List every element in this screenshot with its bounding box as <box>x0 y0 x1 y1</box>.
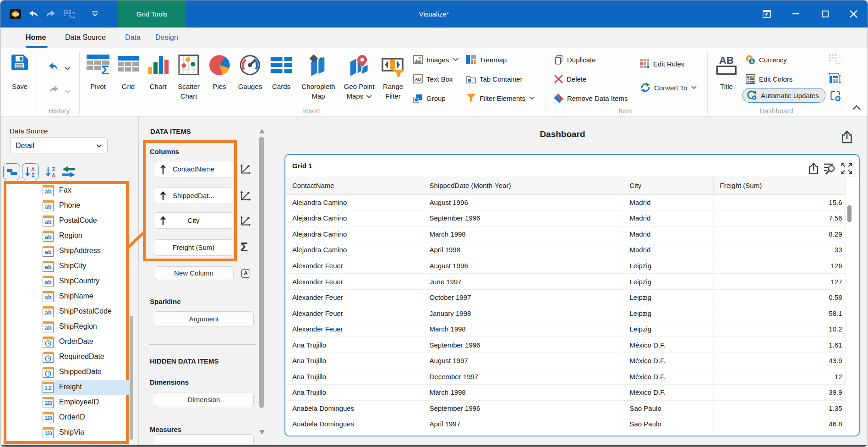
svg-text:AB: AB <box>719 55 734 66</box>
svg-text:AB: AB <box>415 77 421 82</box>
svg-text:Z: Z <box>31 172 34 178</box>
svg-text:Z: Z <box>52 166 55 172</box>
svg-text:Σ: Σ <box>102 63 109 75</box>
svg-text:A: A <box>52 172 55 178</box>
svg-text:VDM: VDM <box>11 12 19 17</box>
svg-text:A: A <box>31 166 35 172</box>
svg-text:$: $ <box>751 59 753 64</box>
